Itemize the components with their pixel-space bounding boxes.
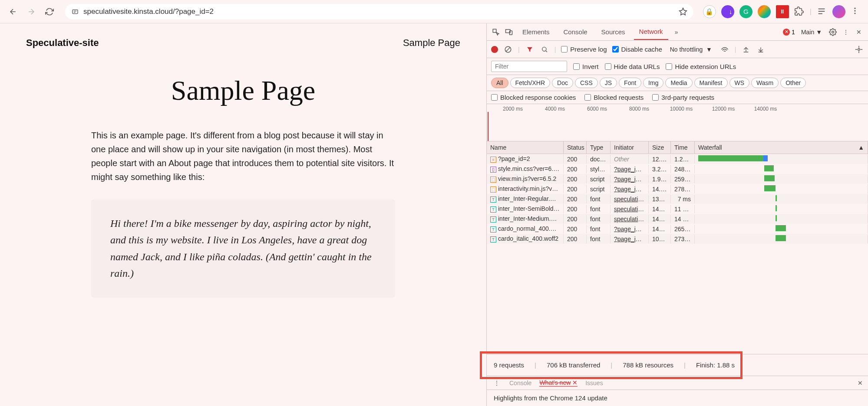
tab-elements[interactable]: Elements (517, 24, 555, 39)
tab-sources[interactable]: Sources (596, 24, 630, 39)
inspect-icon[interactable] (491, 27, 501, 37)
svg-point-2 (854, 7, 855, 9)
extension-icon[interactable] (758, 5, 771, 18)
network-conditions-icon[interactable] (720, 45, 729, 54)
blocked-requests-checkbox[interactable]: Blocked requests (584, 94, 644, 101)
timeline-label: 12000 ms (712, 106, 735, 112)
type-pill-manifest[interactable]: Manifest (694, 78, 728, 88)
back-button[interactable] (7, 6, 19, 18)
blocked-cookies-checkbox[interactable]: Blocked response cookies (491, 94, 576, 101)
network-row[interactable]: Tinter_Inter-Regular.woff200fontspeculat… (487, 194, 868, 204)
third-party-checkbox[interactable]: 3rd-party requests (652, 94, 714, 101)
type-pill-img[interactable]: Img (643, 78, 663, 88)
drawer-tab-issues[interactable]: Issues (585, 380, 603, 386)
col-size[interactable]: Size (649, 141, 671, 154)
tab-console[interactable]: Console (558, 24, 593, 39)
extension-icon[interactable]: II (776, 5, 789, 18)
extension-icon[interactable]: 🔒 (703, 5, 716, 18)
devtools-tab-bar: Elements Console Sources Network » ✕1 Ma… (487, 23, 868, 41)
more-tabs-icon[interactable]: » (672, 27, 681, 37)
type-pill-fetch-xhr[interactable]: Fetch/XHR (510, 78, 550, 88)
record-button[interactable] (491, 46, 498, 53)
col-status[interactable]: Status (564, 141, 587, 154)
page-blockquote: Hi there! I'm a bike messenger by day, a… (91, 200, 395, 298)
settings-icon[interactable] (828, 27, 838, 37)
reading-list-icon[interactable] (817, 7, 827, 17)
filter-icon[interactable] (525, 45, 535, 54)
type-pill-doc[interactable]: Doc (552, 78, 573, 88)
timeline-marker (488, 112, 488, 141)
network-row[interactable]: Tinter_Inter-Medium.w…200fontspeculative… (487, 214, 868, 224)
col-name[interactable]: Name (487, 141, 564, 154)
hide-extension-urls-checkbox[interactable]: Hide extension URLs (666, 63, 736, 70)
hide-data-urls-checkbox[interactable]: Hide data URLs (605, 63, 660, 70)
devtools-panel: Elements Console Sources Network » ✕1 Ma… (486, 23, 868, 406)
network-toolbar: | | Preserve log Disable cache No thrott… (487, 41, 868, 58)
browser-extensions: 🔒 ↓ G II | (703, 5, 861, 18)
site-info-icon[interactable] (71, 8, 79, 16)
close-devtools-icon[interactable]: ✕ (854, 27, 864, 37)
download-har-icon[interactable] (756, 45, 766, 54)
context-selector[interactable]: Main ▼ (799, 27, 825, 37)
network-row[interactable]: ⬚view.min.js?ver=6.5.2200script?page_id=… (487, 174, 868, 184)
network-settings-icon[interactable] (854, 45, 864, 54)
col-initiator[interactable]: Initiator (611, 141, 649, 154)
invert-checkbox[interactable]: Invert (573, 63, 599, 70)
clear-icon[interactable] (503, 45, 513, 54)
type-pill-media[interactable]: Media (665, 78, 692, 88)
browser-menu-icon[interactable] (851, 7, 861, 17)
svg-rect-0 (73, 10, 78, 13)
extensions-menu-icon[interactable] (794, 7, 805, 17)
disable-cache-checkbox[interactable]: Disable cache (612, 46, 662, 53)
network-row[interactable]: ⬚interactivity.min.js?ve…200script?page_… (487, 184, 868, 194)
drawer-menu-icon[interactable]: ⋮ (492, 378, 502, 388)
profile-avatar[interactable] (832, 5, 845, 18)
forward-button[interactable] (25, 6, 37, 18)
drawer-highlights: Highlights from the Chrome 124 update (487, 390, 868, 406)
extension-icon[interactable]: G (739, 5, 752, 18)
extension-icon[interactable]: ↓ (721, 5, 734, 18)
svg-point-4 (854, 13, 855, 14)
device-toggle-icon[interactable] (504, 27, 514, 37)
search-icon[interactable] (540, 45, 549, 54)
network-row[interactable]: Tcardo_italic_400.woff2200font?page_id=2… (487, 234, 868, 244)
tab-network[interactable]: Network (634, 24, 668, 40)
type-pill-ws[interactable]: WS (729, 78, 750, 88)
status-finish: Finish: 1.88 s (696, 361, 735, 369)
type-pill-css[interactable]: CSS (575, 78, 598, 88)
network-row[interactable]: Tcardo_normal_400.w…200font?page_id=2:41… (487, 224, 868, 234)
col-type[interactable]: Type (587, 141, 611, 154)
upload-har-icon[interactable] (741, 45, 751, 54)
site-title[interactable]: Speculative-site (26, 37, 99, 49)
url-text: speculativesite.kinsta.cloud/?page_id=2 (83, 7, 214, 16)
kebab-menu-icon[interactable]: ⋮ (841, 27, 851, 37)
network-row[interactable]: ≡?page_id=2200docu…Other12.1 kB1.29 s (487, 154, 868, 164)
type-pill-wasm[interactable]: Wasm (751, 78, 779, 88)
timeline-label: 10000 ms (670, 106, 693, 112)
type-pill-font[interactable]: Font (619, 78, 641, 88)
type-pill-other[interactable]: Other (780, 78, 806, 88)
throttling-selector[interactable]: No throttling ▼ (667, 45, 715, 54)
type-pill-js[interactable]: JS (600, 78, 617, 88)
network-status-bar: 9 requests | 706 kB transferred | 788 kB… (487, 354, 868, 376)
error-badge[interactable]: ✕1 (783, 29, 795, 36)
star-icon[interactable] (679, 7, 687, 16)
col-time[interactable]: Time (671, 141, 695, 154)
col-waterfall[interactable]: Waterfall▲ (695, 141, 868, 154)
network-row[interactable]: Tinter_Inter-SemiBold.…200fontspeculativ… (487, 204, 868, 214)
drawer-tab-console[interactable]: Console (509, 380, 531, 386)
preserve-log-checkbox[interactable]: Preserve log (561, 46, 607, 53)
url-bar[interactable]: speculativesite.kinsta.cloud/?page_id=2 (65, 4, 693, 20)
drawer-tab-whatsnew[interactable]: What's new ✕ (539, 379, 578, 386)
timeline-overview[interactable]: 2000 ms4000 ms6000 ms8000 ms10000 ms1200… (487, 104, 868, 141)
table-header: Name Status Type Initiator Size Time Wat… (487, 141, 868, 154)
blocked-row: Blocked response cookies Blocked request… (487, 91, 868, 104)
network-row[interactable]: {}style.min.css?ver=6.5.2200style…?page_… (487, 164, 868, 174)
reload-button[interactable] (43, 6, 56, 18)
timeline-label: 14000 ms (754, 106, 777, 112)
nav-link-sample[interactable]: Sample Page (403, 37, 460, 49)
status-resources: 788 kB resources (623, 361, 673, 369)
filter-input[interactable] (491, 61, 567, 72)
type-pill-all[interactable]: All (491, 78, 508, 88)
drawer-close-icon[interactable]: ✕ (858, 380, 863, 386)
